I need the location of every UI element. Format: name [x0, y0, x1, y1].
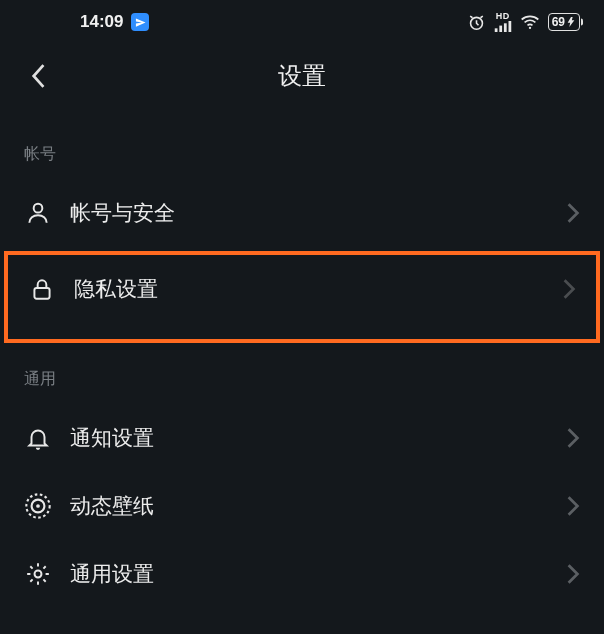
- svg-rect-1: [494, 28, 497, 32]
- chevron-right-icon: [566, 202, 580, 224]
- svg-point-11: [35, 571, 42, 578]
- gear-icon: [24, 560, 52, 588]
- status-time: 14:09: [80, 12, 123, 32]
- wifi-icon: [520, 14, 540, 30]
- svg-point-10: [36, 504, 40, 508]
- svg-point-6: [34, 204, 43, 213]
- lock-icon: [28, 275, 56, 303]
- svg-rect-4: [508, 21, 511, 32]
- alarm-icon: [467, 13, 486, 32]
- battery-indicator: 69: [548, 13, 580, 31]
- row-label: 隐私设置: [74, 275, 544, 303]
- battery-level: 69: [552, 15, 565, 29]
- page-title: 设置: [0, 60, 604, 92]
- signal-icon: HD: [494, 12, 512, 32]
- bell-icon: [24, 424, 52, 452]
- section-header-account: 帐号: [0, 108, 604, 179]
- live-wallpaper-icon: [24, 492, 52, 520]
- chevron-right-icon: [566, 563, 580, 585]
- svg-rect-7: [34, 288, 49, 299]
- row-notifications[interactable]: 通知设置: [0, 404, 604, 472]
- hd-label: HD: [496, 12, 510, 21]
- chevron-right-icon: [562, 278, 576, 300]
- status-bar: 14:09 HD 69: [0, 0, 604, 44]
- svg-point-5: [528, 27, 530, 29]
- chevron-right-icon: [566, 427, 580, 449]
- section-header-general: 通用: [0, 343, 604, 404]
- svg-rect-3: [504, 23, 507, 32]
- highlight-privacy: 隐私设置: [4, 251, 600, 343]
- row-label: 通知设置: [70, 424, 548, 452]
- back-button[interactable]: [24, 62, 52, 90]
- row-label: 动态壁纸: [70, 492, 548, 520]
- row-label: 通用设置: [70, 560, 548, 588]
- paper-plane-icon: [131, 13, 149, 31]
- row-account-security[interactable]: 帐号与安全: [0, 179, 604, 247]
- row-general-settings[interactable]: 通用设置: [0, 540, 604, 596]
- nav-bar: 设置: [0, 44, 604, 108]
- status-time-group: 14:09: [80, 12, 149, 32]
- person-icon: [24, 199, 52, 227]
- svg-rect-2: [499, 26, 502, 32]
- row-label: 帐号与安全: [70, 199, 548, 227]
- row-privacy[interactable]: 隐私设置: [8, 261, 596, 317]
- row-live-wallpaper[interactable]: 动态壁纸: [0, 472, 604, 540]
- status-right: HD 69: [467, 12, 580, 32]
- chevron-right-icon: [566, 495, 580, 517]
